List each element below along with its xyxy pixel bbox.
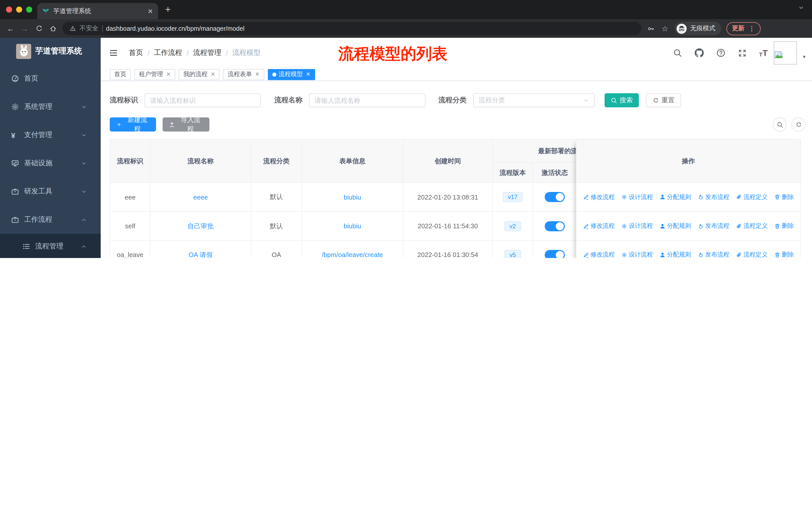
security-label[interactable]: 不安全 bbox=[80, 24, 98, 33]
search-icon[interactable] bbox=[673, 48, 682, 57]
process-category-select[interactable]: 流程分类 bbox=[473, 93, 594, 107]
cell-form-info-link[interactable]: biubiu bbox=[344, 222, 361, 230]
bookmark-star-icon[interactable]: ☆ bbox=[661, 24, 670, 33]
back-icon[interactable]: ← bbox=[6, 24, 15, 33]
definition-action-link[interactable]: 流程定义 bbox=[736, 251, 768, 258]
close-window-button[interactable] bbox=[6, 6, 12, 12]
activation-toggle[interactable] bbox=[545, 192, 565, 202]
cell-process-version: v5 bbox=[493, 241, 533, 258]
header-process-category: 流程分类 bbox=[251, 140, 302, 183]
browser-update-button[interactable]: 更新 ⋮ bbox=[726, 22, 760, 35]
table-refresh-button[interactable] bbox=[791, 117, 806, 132]
sidebar-item-infrastructure[interactable]: 基础设施 bbox=[0, 149, 101, 178]
import-process-button[interactable]: 导入流程 bbox=[163, 117, 209, 132]
sidebar-item-label: 工作流程 bbox=[24, 215, 52, 224]
tag-close-icon[interactable]: ✕ bbox=[255, 71, 260, 78]
tag-close-icon[interactable]: ✕ bbox=[306, 71, 310, 78]
assign-rule-action-link[interactable]: 分配规则 bbox=[660, 193, 691, 201]
version-badge: v17 bbox=[503, 192, 523, 202]
breadcrumb: 首页/工作流程/流程管理/流程模型 bbox=[129, 38, 261, 68]
cell-activation-state bbox=[533, 212, 577, 241]
search-button[interactable]: 搜索 bbox=[605, 93, 639, 107]
hamburger-icon[interactable] bbox=[109, 48, 118, 57]
sidebar-item-payment-mgmt[interactable]: ¥支付管理 bbox=[0, 121, 101, 149]
cell-process-key: oa_leave bbox=[110, 241, 150, 258]
breadcrumb-item[interactable]: 流程管理 bbox=[193, 48, 222, 57]
url-text[interactable]: dashboard.yudao.iocoder.cn/bpm/manager/m… bbox=[106, 25, 244, 32]
tag-租户管理[interactable]: 租户管理✕ bbox=[135, 69, 175, 80]
cell-form-info-link[interactable]: /bpm/oa/leave/create bbox=[322, 251, 383, 258]
help-icon[interactable] bbox=[716, 48, 725, 57]
kebab-menu-icon[interactable]: ⋮ bbox=[749, 25, 755, 32]
paperclip-icon bbox=[736, 223, 742, 229]
cell-process-name-link[interactable]: eeee bbox=[193, 193, 208, 201]
design-action-link[interactable]: 设计流程 bbox=[621, 251, 653, 258]
tag-close-icon[interactable]: ✕ bbox=[210, 71, 215, 78]
forward-icon[interactable]: → bbox=[20, 24, 29, 33]
incognito-badge: 无痕模式 bbox=[674, 22, 721, 35]
cell-process-name-link[interactable]: OA 请假 bbox=[188, 250, 212, 258]
modify-action-link[interactable]: 修改流程 bbox=[583, 222, 615, 230]
delete-action-link[interactable]: 删除 bbox=[774, 251, 794, 258]
design-action-link[interactable]: 设计流程 bbox=[621, 193, 653, 201]
cell-process-name-link[interactable]: 自己审批 bbox=[187, 221, 214, 230]
design-action-link[interactable]: 设计流程 bbox=[621, 222, 653, 230]
modify-action-link[interactable]: 修改流程 bbox=[583, 193, 615, 201]
delete-action-link[interactable]: 删除 bbox=[774, 193, 794, 201]
address-bar[interactable]: 不安全 dashboard.yudao.iocoder.cn/bpm/manag… bbox=[62, 22, 641, 35]
assign-rule-action-link[interactable]: 分配规则 bbox=[660, 222, 691, 230]
table-search-button[interactable] bbox=[773, 117, 787, 132]
edit-icon bbox=[583, 194, 589, 200]
definition-action-link[interactable]: 流程定义 bbox=[736, 222, 768, 230]
breadcrumb-item[interactable]: 工作流程 bbox=[154, 48, 182, 57]
publish-action-link[interactable]: 发布流程 bbox=[698, 251, 729, 258]
cell-form-info: /bpm/oa/leave/create bbox=[302, 241, 403, 258]
reload-icon[interactable] bbox=[34, 24, 43, 33]
sidebar-item-workflow[interactable]: 工作流程 bbox=[0, 206, 101, 234]
process-key-input[interactable] bbox=[144, 93, 261, 107]
assign-rule-action-link[interactable]: 分配规则 bbox=[660, 251, 691, 258]
create-process-button[interactable]: ＋ 新建流程 bbox=[110, 117, 156, 132]
breadcrumb-item[interactable]: 首页 bbox=[129, 48, 143, 57]
tab-close-icon[interactable]: ✕ bbox=[147, 8, 153, 15]
list-icon bbox=[22, 242, 30, 250]
sidebar-item-label: 基础设施 bbox=[24, 159, 52, 168]
github-icon[interactable] bbox=[695, 48, 704, 57]
reset-button[interactable]: 重置 bbox=[646, 93, 681, 107]
zoom-window-button[interactable] bbox=[26, 6, 32, 12]
font-size-icon[interactable]: TT bbox=[759, 49, 768, 57]
publish-action-link[interactable]: 发布流程 bbox=[698, 222, 729, 230]
tag-我的流程[interactable]: 我的流程✕ bbox=[179, 69, 220, 80]
tag-label: 租户管理 bbox=[139, 70, 163, 79]
process-name-input[interactable] bbox=[309, 93, 425, 107]
publish-action-link[interactable]: 发布流程 bbox=[698, 193, 729, 201]
home-icon[interactable] bbox=[48, 24, 57, 33]
tag-close-icon[interactable]: ✕ bbox=[166, 71, 171, 78]
cell-created-time: 2022-01-16 01:30:54 bbox=[403, 241, 493, 258]
sidebar-item-process-mgmt[interactable]: 流程管理 bbox=[0, 234, 101, 258]
minimize-window-button[interactable] bbox=[16, 6, 22, 12]
tag-首页[interactable]: 首页 bbox=[110, 69, 131, 80]
tag-流程表单[interactable]: 流程表单✕ bbox=[223, 69, 264, 80]
avatar[interactable] bbox=[774, 41, 797, 64]
activation-toggle[interactable] bbox=[545, 250, 565, 258]
delete-action-link[interactable]: 删除 bbox=[774, 222, 794, 230]
tab-search-icon[interactable] bbox=[799, 5, 804, 10]
briefcase-icon bbox=[11, 187, 19, 195]
activation-toggle[interactable] bbox=[545, 221, 565, 231]
sidebar-item-dev-tools[interactable]: 研发工具 bbox=[0, 178, 101, 206]
filter-form: 流程标识 流程名称 流程分类 流程分类 搜索 重置 bbox=[110, 93, 681, 107]
dashboard-icon bbox=[11, 75, 19, 83]
avatar-caret-icon[interactable]: ▾ bbox=[803, 54, 806, 59]
sidebar-item-home[interactable]: 首页 bbox=[0, 64, 101, 93]
cell-form-info-link[interactable]: biubiu bbox=[344, 193, 361, 201]
modify-action-link[interactable]: 修改流程 bbox=[583, 251, 615, 258]
key-icon[interactable] bbox=[646, 24, 656, 33]
sidebar-item-system-mgmt[interactable]: 系统管理 bbox=[0, 93, 101, 121]
fullscreen-icon[interactable] bbox=[738, 49, 747, 57]
tag-流程模型[interactable]: 流程模型✕ bbox=[267, 69, 315, 80]
window-controls[interactable] bbox=[6, 6, 32, 12]
new-tab-button[interactable]: + bbox=[165, 4, 171, 15]
definition-action-link[interactable]: 流程定义 bbox=[736, 193, 768, 201]
browser-tab[interactable]: 芋道管理系统 ✕ bbox=[37, 3, 158, 19]
